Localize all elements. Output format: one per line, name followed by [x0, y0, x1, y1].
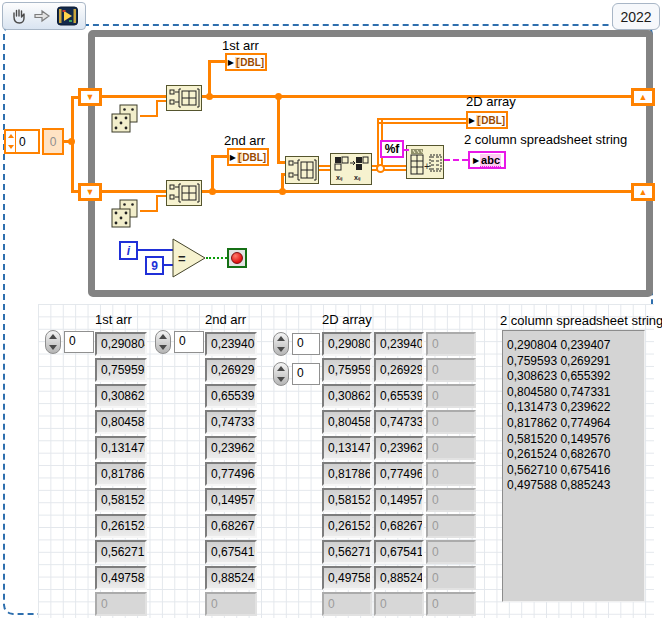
wire-segment[interactable] [156, 100, 166, 102]
labview-version-badge: 2022 [612, 3, 660, 30]
wire-junction [209, 188, 216, 195]
array-element: 0,759593 [95, 358, 147, 382]
wire-junction [279, 188, 286, 195]
svg-text:=: = [178, 251, 186, 266]
array-element: 0,655392 [374, 384, 424, 408]
hand-tool-icon[interactable] [10, 7, 28, 25]
terminal-direction-icon: ▶ [469, 116, 475, 125]
svg-text:+: + [424, 161, 430, 172]
two-d-column-1: 0,2908040,7595930,3086230,804580,1314730… [322, 332, 372, 618]
loop-condition-stop-terminal[interactable] [227, 248, 247, 268]
wire-boolean[interactable] [206, 257, 227, 259]
wire-2d-array[interactable] [377, 118, 466, 124]
wire-int[interactable] [138, 249, 174, 251]
build-array-node-1[interactable] [166, 85, 202, 111]
spreadsheet-string-terminal[interactable]: ▶abc [468, 151, 506, 169]
spinner-down-icon[interactable] [277, 377, 285, 382]
array-element: 0,68267 [205, 514, 257, 538]
array-element: 0,774964 [374, 462, 424, 486]
array-element: 0 [426, 462, 476, 486]
arrow-tool-icon[interactable] [33, 8, 51, 24]
array-element: 0 [426, 566, 476, 590]
array-element: 0,269291 [374, 358, 424, 382]
wire-string[interactable] [444, 159, 468, 161]
wire-segment[interactable] [208, 60, 211, 96]
array-element: 0,261524 [95, 514, 147, 538]
vi-snippet-icon[interactable] [57, 6, 78, 26]
shift-register-right-2[interactable]: ▲ [631, 183, 655, 201]
shift-register-left-2[interactable]: ▼ [78, 183, 102, 201]
spreadsheet-string-panel-label: 2 column spreadsheet string [500, 313, 662, 328]
spinner-up-icon[interactable] [159, 334, 167, 339]
array-element: 0 [426, 488, 476, 512]
init-numeric-control[interactable]: 0 [4, 129, 40, 154]
array-element: 0,68267 [374, 514, 424, 538]
two-d-array-panel-label: 2D array [322, 312, 372, 327]
array-element: 0 [426, 410, 476, 434]
increment-decrement-icon[interactable] [6, 131, 16, 152]
two-d-row-index-field[interactable]: 0 [292, 333, 320, 355]
array-element: 0,885243 [205, 566, 257, 590]
format-string-constant[interactable]: %f [380, 140, 404, 158]
second-arr-dbl-terminal[interactable]: ▶[DBL] [227, 148, 269, 166]
loop-limit-constant[interactable]: 9 [145, 256, 164, 275]
array-element: 0,885243 [374, 566, 424, 590]
wire-string[interactable] [403, 149, 409, 151]
wire-segment[interactable] [277, 161, 285, 164]
array-element: 0,747331 [374, 410, 424, 434]
first-arr-diagram-label: 1st arr [222, 38, 259, 53]
array-element: 0,58152 [95, 488, 147, 512]
init-control-value[interactable]: 0 [16, 135, 26, 149]
random-number-dice-icon-1[interactable] [110, 104, 140, 134]
array-element: 0 [426, 332, 476, 356]
wire-segment[interactable] [156, 195, 158, 212]
spinner-up-icon[interactable] [277, 336, 285, 341]
array-element: 0 [426, 592, 476, 616]
spinner-down-icon[interactable] [49, 345, 57, 350]
two-d-col-index-field[interactable]: 0 [292, 363, 320, 385]
second-arr-index-field[interactable]: 0 [174, 331, 204, 353]
spinner-up-icon[interactable] [49, 334, 57, 339]
array-element: 0,817862 [322, 462, 372, 486]
spinner-down-icon[interactable] [277, 347, 285, 352]
transpose-2d-array-node[interactable]: xᵢⱼ xᵢⱼ [330, 153, 372, 185]
build-array-node-3[interactable] [285, 156, 319, 184]
build-array-node-2[interactable] [166, 180, 202, 206]
init-numeric-constant[interactable]: 0 [42, 128, 64, 155]
wire-segment[interactable] [277, 96, 280, 163]
two-d-col-index-spinner[interactable] [273, 362, 289, 386]
second-arr-index-spinner[interactable] [155, 330, 171, 354]
wire-segment[interactable] [156, 195, 166, 197]
svg-text:xᵢⱼ: xᵢⱼ [336, 174, 343, 181]
spinner-up-icon[interactable] [277, 366, 285, 371]
array-element: 0,675416 [205, 540, 257, 564]
spreadsheet-string-diagram-label: 2 column spreadsheet string [464, 132, 627, 147]
two-d-array-dbl-terminal[interactable]: ▶[DBL] [466, 111, 508, 129]
stop-led-icon [231, 252, 243, 264]
array-element: 0,239407 [205, 332, 257, 356]
first-arr-dbl-terminal[interactable]: ▶[DBL] [225, 53, 267, 71]
shift-register-right-1[interactable]: ▲ [631, 88, 655, 106]
wire-segment[interactable] [156, 100, 158, 117]
iteration-terminal[interactable]: i [119, 241, 138, 260]
array-element: 0,58152 [322, 488, 372, 512]
wire-junction-ring [376, 164, 385, 173]
array-element: 0,290804 [95, 332, 147, 356]
random-number-dice-icon-2[interactable] [110, 199, 140, 229]
array-element: 0 [426, 358, 476, 382]
array-element: 0 [322, 592, 372, 616]
first-arr-index-field[interactable]: 0 [64, 331, 94, 353]
array-to-spreadsheet-string-node[interactable]: + [406, 145, 444, 179]
two-d-row-index-spinner[interactable] [273, 332, 289, 356]
wire-junction [206, 93, 213, 100]
spinner-down-icon[interactable] [159, 345, 167, 350]
array-element: 0,817862 [95, 462, 147, 486]
shift-register-left-1[interactable]: ▼ [78, 88, 102, 106]
equal-comparison-node[interactable]: = [172, 238, 206, 278]
wire-segment[interactable] [211, 155, 214, 192]
wire-junction [68, 138, 75, 145]
array-element: 0,308623 [322, 384, 372, 408]
first-arr-index-spinner[interactable] [45, 330, 61, 354]
array-element: 0 [205, 592, 257, 616]
wire-2d-array[interactable] [383, 165, 408, 171]
